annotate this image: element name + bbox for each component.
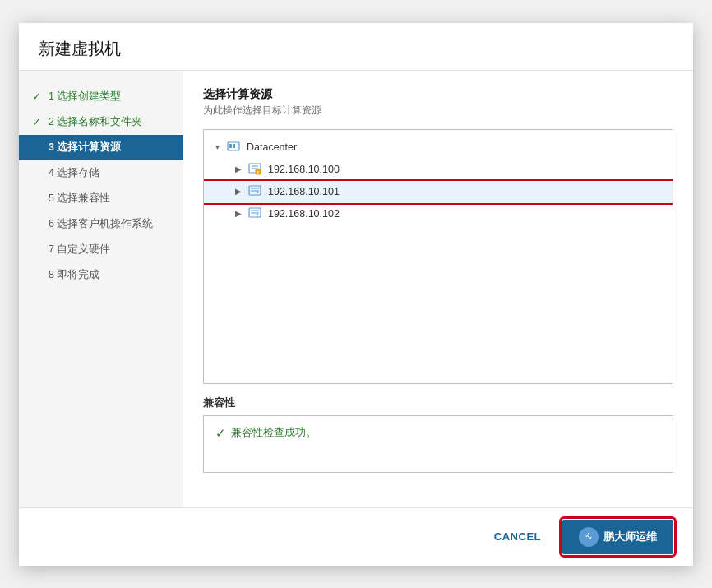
svg-rect-2 — [233, 144, 235, 146]
step-5: 5 选择兼容性 — [19, 186, 183, 211]
compat-success: ✓ 兼容性检查成功。 — [215, 426, 661, 441]
step-7-label: 7 自定义硬件 — [49, 243, 110, 257]
section-subtitle: 为此操作选择目标计算资源 — [203, 104, 673, 118]
step-5-label: 5 选择兼容性 — [49, 192, 110, 206]
server-icon-101 — [248, 184, 261, 200]
chevron-expand-datacenter: ▾ — [212, 142, 222, 152]
host102-label: 192.168.10.102 — [268, 208, 340, 220]
step-4: 4 选择存储 — [19, 160, 183, 186]
compat-box: ✓ 兼容性检查成功。 — [203, 415, 673, 473]
step-3: 3 选择计算资源 — [19, 135, 183, 160]
step-8-label: 8 即将完成 — [49, 268, 99, 282]
svg-point-19 — [588, 533, 589, 535]
warning-icon: ! — [248, 162, 261, 178]
section-title: 选择计算资源 — [203, 87, 673, 102]
dialog-footer: CANCEL 鹏大师运维 — [19, 507, 693, 566]
steps-panel: ✓ 1 选择创建类型 ✓ 2 选择名称和文件夹 3 选择计算资源 4 选择存储 … — [19, 71, 183, 507]
step-7: 7 自定义硬件 — [19, 237, 183, 262]
resource-tree-box[interactable]: ▾ Datacenter ▶ — [203, 129, 673, 384]
step-1-label: 1 选择创建类型 — [49, 90, 121, 104]
host100-label: 192.168.10.100 — [268, 164, 340, 175]
next-button[interactable]: 鹏大师运维 — [562, 520, 673, 554]
compatibility-section: 兼容性 ✓ 兼容性检查成功。 — [203, 396, 673, 473]
svg-point-17 — [257, 213, 258, 215]
section-header: 选择计算资源 为此操作选择目标计算资源 — [203, 87, 673, 118]
svg-rect-3 — [229, 146, 232, 148]
tree-item-host102[interactable]: ▶ 192.168.10.102 — [204, 203, 673, 225]
step-4-label: 4 选择存储 — [49, 166, 99, 180]
dialog-header: 新建虚拟机 — [19, 23, 693, 71]
svg-point-13 — [257, 191, 258, 192]
svg-rect-1 — [229, 144, 232, 146]
chevron-host100: ▶ — [233, 164, 243, 174]
step-2: ✓ 2 选择名称和文件夹 — [19, 109, 183, 135]
dialog-title: 新建虚拟机 — [39, 38, 673, 60]
new-vm-dialog: 新建虚拟机 ✓ 1 选择创建类型 ✓ 2 选择名称和文件夹 3 选择计算资源 4… — [19, 23, 693, 566]
compat-label: 兼容性 — [203, 396, 673, 410]
chevron-host101: ▶ — [233, 187, 243, 197]
svg-text:!: ! — [257, 169, 259, 175]
step-1: ✓ 1 选择创建类型 — [19, 84, 183, 109]
tree-item-host100[interactable]: ▶ ! 192.168.10.100 — [204, 159, 673, 181]
step-6-label: 6 选择客户机操作系统 — [49, 217, 153, 231]
next-button-label: 鹏大师运维 — [603, 530, 657, 544]
main-content: 选择计算资源 为此操作选择目标计算资源 ▾ — [183, 71, 693, 507]
datacenter-icon — [227, 140, 240, 155]
step-6: 6 选择客户机操作系统 — [19, 211, 183, 237]
chevron-host102: ▶ — [233, 209, 243, 219]
tree-item-datacenter[interactable]: ▾ Datacenter — [204, 137, 673, 159]
cancel-button[interactable]: CANCEL — [483, 524, 552, 549]
step-2-label: 2 选择名称和文件夹 — [49, 115, 142, 129]
step-3-label: 3 选择计算资源 — [49, 141, 121, 155]
datacenter-label: Datacenter — [247, 141, 297, 153]
logo-circle — [579, 527, 599, 547]
tree-item-host101[interactable]: ▶ 192.168.10.101 — [204, 181, 673, 203]
step-8: 8 即将完成 — [19, 262, 183, 288]
server-icon-102 — [248, 206, 261, 222]
host101-label: 192.168.10.101 — [268, 186, 340, 197]
check-icon: ✓ — [215, 426, 226, 441]
compat-success-text: 兼容性检查成功。 — [231, 426, 317, 440]
step-2-check: ✓ — [32, 116, 44, 128]
svg-rect-4 — [233, 146, 235, 148]
step-1-check: ✓ — [32, 90, 44, 103]
dialog-body: ✓ 1 选择创建类型 ✓ 2 选择名称和文件夹 3 选择计算资源 4 选择存储 … — [19, 71, 693, 507]
